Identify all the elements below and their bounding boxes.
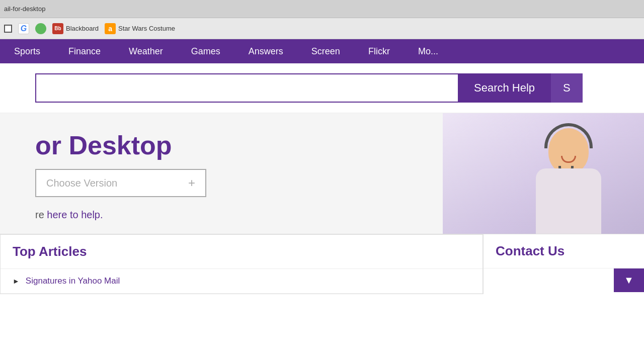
contact-us-header: Contact Us bbox=[484, 234, 644, 268]
bottom-section: Top Articles ► Signatures in Yahoo Mail … bbox=[0, 234, 644, 294]
blackboard-favicon: Bb bbox=[52, 23, 63, 34]
hero-subtitle: re here to help. bbox=[35, 209, 644, 221]
bookmark-google[interactable]: G bbox=[18, 23, 29, 34]
help-link[interactable]: here to help. bbox=[47, 209, 103, 220]
bookmark-blackboard[interactable]: Bb Blackboard bbox=[52, 23, 99, 34]
tab-bar: ail-for-desktop bbox=[0, 0, 644, 18]
choose-version-button[interactable]: Choose Version + bbox=[35, 169, 206, 197]
amazon-favicon: a bbox=[105, 23, 116, 34]
top-articles-header: Top Articles bbox=[1, 235, 482, 269]
hero-text: or Desktop Choose Version + re here to h… bbox=[35, 131, 644, 225]
bookmark-checkbox[interactable] bbox=[4, 25, 12, 33]
search-area: Search Help S bbox=[0, 63, 644, 113]
search-extra-button[interactable]: S bbox=[551, 73, 583, 103]
nav-more[interactable]: Mo... bbox=[404, 39, 452, 63]
nav-screen[interactable]: Screen bbox=[297, 39, 354, 63]
search-help-button[interactable]: Search Help bbox=[458, 73, 551, 103]
nav-answers[interactable]: Answers bbox=[234, 39, 297, 63]
contact-us-panel: Contact Us ▼ bbox=[483, 234, 644, 294]
tab-title: ail-for-desktop bbox=[4, 5, 45, 13]
hero-title: or Desktop bbox=[35, 131, 644, 160]
nav-weather[interactable]: Weather bbox=[115, 39, 177, 63]
plus-icon: + bbox=[188, 176, 195, 190]
nav-finance[interactable]: Finance bbox=[54, 39, 115, 63]
green-icon bbox=[35, 23, 46, 34]
bookmark-amazon[interactable]: a Star Wars Costume bbox=[105, 23, 175, 34]
nav-flickr[interactable]: Flickr bbox=[354, 39, 404, 63]
top-articles-panel: Top Articles ► Signatures in Yahoo Mail bbox=[0, 234, 483, 294]
bookmark-green[interactable] bbox=[35, 23, 46, 34]
google-icon: G bbox=[18, 23, 29, 34]
contact-dropdown-button[interactable]: ▼ bbox=[614, 268, 644, 292]
blackboard-label: Blackboard bbox=[66, 25, 99, 32]
article-row[interactable]: ► Signatures in Yahoo Mail bbox=[1, 269, 482, 294]
bookmarks-bar: G Bb Blackboard a Star Wars Costume bbox=[0, 18, 644, 39]
checkbox-icon bbox=[4, 25, 12, 33]
article-link-signatures[interactable]: Signatures in Yahoo Mail bbox=[26, 276, 120, 286]
nav-sports[interactable]: Sports bbox=[0, 39, 54, 63]
article-arrow-icon: ► bbox=[13, 277, 20, 285]
nav-games[interactable]: Games bbox=[177, 39, 234, 63]
amazon-label: Star Wars Costume bbox=[118, 25, 175, 32]
main-nav: Sports Finance Weather Games Answers Scr… bbox=[0, 39, 644, 63]
hero-section: or Desktop Choose Version + re here to h… bbox=[0, 113, 644, 234]
search-input[interactable] bbox=[35, 73, 458, 103]
